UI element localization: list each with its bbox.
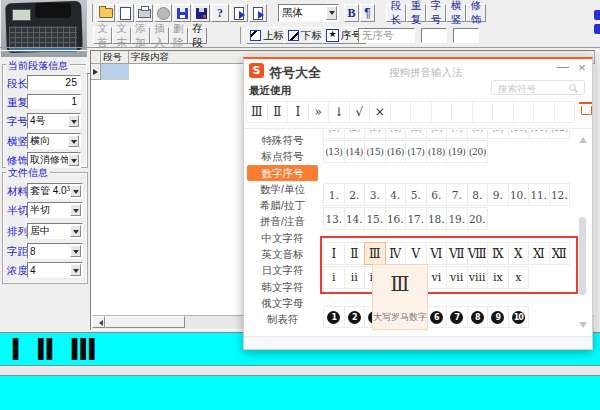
symbol-cell[interactable]: Ⅵ <box>426 242 448 265</box>
symbol-cell[interactable]: 3. <box>364 183 386 206</box>
halfcut-select[interactable]: 半切 <box>27 202 83 218</box>
category-item[interactable]: 俄文字母 <box>247 295 318 311</box>
chevron-down-icon[interactable] <box>326 6 337 20</box>
symbol-cell[interactable]: (4) <box>385 130 407 139</box>
recent-symbol-cell[interactable]: » <box>308 101 330 123</box>
symbol-cell[interactable]: (10) <box>508 130 530 139</box>
chevron-down-icon[interactable] <box>70 264 81 276</box>
symbol-cell[interactable]: Ⅴ <box>405 242 427 265</box>
format-button[interactable]: 横竖 <box>446 4 466 22</box>
font-size-select[interactable]: 4号 <box>27 113 81 129</box>
symbol-cell[interactable]: (12) <box>549 130 571 139</box>
symbol-cell[interactable]: ⅶ <box>446 266 468 289</box>
recent-symbol-cell[interactable]: Ⅲ <box>246 101 268 123</box>
symbol-cell[interactable]: (6) <box>426 130 448 139</box>
symbol-cell[interactable]: (17) <box>405 140 427 163</box>
recent-symbol-cell[interactable] <box>513 101 535 123</box>
symbol-cell[interactable]: 14. <box>344 207 366 230</box>
symbol-cell[interactable]: (3) <box>364 130 386 139</box>
recent-symbol-cell[interactable] <box>410 101 432 123</box>
symbol-cell[interactable]: Ⅳ <box>385 242 407 265</box>
category-item[interactable]: 标点符号 <box>247 148 318 164</box>
symbol-cell[interactable]: ⅰ <box>323 266 345 289</box>
recent-symbol-cell[interactable] <box>554 101 576 123</box>
symbol-cell[interactable]: 10. <box>508 183 530 206</box>
seg-len-input[interactable]: 25 <box>27 75 81 90</box>
recent-symbol-cell[interactable]: ↓ <box>328 101 350 123</box>
recent-symbol-cell[interactable] <box>451 101 473 123</box>
category-item[interactable]: 韩文字符 <box>247 279 318 295</box>
segment-button[interactable]: 文首 <box>93 27 112 44</box>
trash-icon[interactable] <box>581 106 592 115</box>
orientation-select[interactable]: 横向 <box>27 133 81 149</box>
symbol-cell[interactable]: Ⅹ <box>508 242 530 265</box>
symbol-cell[interactable]: ⅵ <box>426 266 448 289</box>
format-button[interactable]: 修饰 <box>466 4 486 22</box>
symbol-cell[interactable]: 13. <box>323 207 345 230</box>
symbol-cell[interactable]: (1) <box>323 130 345 139</box>
symbol-cell[interactable]: 17. <box>405 207 427 230</box>
category-item[interactable]: 制表符 <box>247 311 318 327</box>
align-select[interactable]: 居中 <box>27 223 83 239</box>
symbol-cell[interactable]: Ⅲ <box>364 242 386 265</box>
chevron-down-icon[interactable] <box>68 154 79 166</box>
ordinal-start-field[interactable] <box>421 28 447 43</box>
dialog-vscrollbar[interactable] <box>578 131 587 334</box>
symbol-cell[interactable]: (18) <box>426 140 448 163</box>
symbol-cell[interactable]: Ⅶ <box>446 242 468 265</box>
symbol-cell[interactable]: Ⅰ <box>323 242 345 265</box>
symbol-cell[interactable]: 2 <box>344 306 366 328</box>
density-select[interactable]: 4 <box>27 262 83 278</box>
symbol-cell[interactable]: (5) <box>405 130 427 139</box>
symbol-cell[interactable]: ⅷ <box>467 266 489 289</box>
symbol-cell[interactable]: Ⅺ <box>528 242 550 265</box>
ordinal-type-field[interactable]: 无序号 <box>358 28 415 43</box>
hscroll-thumb[interactable] <box>105 316 185 328</box>
symbol-cell[interactable]: Ⅱ <box>344 242 366 265</box>
segment-button[interactable]: 添加 <box>131 27 150 44</box>
category-item[interactable]: 英文音标 <box>247 246 318 262</box>
symbol-cell[interactable]: 10 <box>508 306 530 328</box>
help-icon[interactable]: ? <box>211 4 229 22</box>
symbol-cell[interactable]: (19) <box>446 140 468 163</box>
recent-symbol-cell[interactable]: × <box>369 101 391 123</box>
category-item[interactable]: 数字序号 <box>247 165 318 181</box>
vscroll-thumb[interactable] <box>579 217 586 295</box>
symbol-cell[interactable]: (2) <box>344 130 366 139</box>
symbol-cell[interactable]: 19. <box>446 207 468 230</box>
symbol-cell[interactable]: Ⅸ <box>487 242 509 265</box>
chevron-down-icon[interactable] <box>70 245 81 257</box>
recent-symbol-cell[interactable] <box>492 101 514 123</box>
symbol-cell[interactable]: ⅱ <box>344 266 366 289</box>
symbol-cell[interactable]: (15) <box>364 140 386 163</box>
recent-symbol-cell[interactable]: Ⅰ <box>287 101 309 123</box>
format-button[interactable]: 字号 <box>426 4 446 22</box>
symbol-cell[interactable]: 1. <box>323 183 345 206</box>
symbol-cell[interactable]: 16. <box>385 207 407 230</box>
symbol-cell[interactable]: 15. <box>364 207 386 230</box>
category-item[interactable]: 日文字符 <box>247 262 318 278</box>
symbol-cell[interactable]: 9. <box>487 183 509 206</box>
ordinal-end-field[interactable] <box>453 28 479 43</box>
symbol-cell[interactable]: 2. <box>344 183 366 206</box>
recent-symbol-cell[interactable]: Ⅱ <box>267 101 289 123</box>
symbol-cell[interactable]: 18. <box>426 207 448 230</box>
symbol-cell[interactable]: (13) <box>323 140 345 163</box>
recent-symbol-cell[interactable] <box>533 101 555 123</box>
format-button[interactable]: 重复 <box>406 4 426 22</box>
bold-button[interactable]: B <box>344 4 359 22</box>
print-icon[interactable] <box>135 4 153 22</box>
symbol-cell[interactable]: Ⅻ <box>549 242 571 265</box>
subscript-toggle[interactable]: 下标 <box>284 27 326 44</box>
export-alt-icon[interactable] <box>249 4 267 22</box>
symbol-cell[interactable]: 6 <box>426 306 448 328</box>
export-icon[interactable] <box>230 4 248 22</box>
symbol-cell[interactable]: ⅸ <box>487 266 509 289</box>
symbol-cell[interactable]: Ⅷ <box>467 242 489 265</box>
new-file-icon[interactable] <box>116 4 134 22</box>
recent-symbol-cell[interactable] <box>431 101 453 123</box>
minimize-icon[interactable]: — <box>556 61 570 75</box>
symbol-search-box[interactable] <box>491 80 585 95</box>
material-select[interactable]: 套管 4.0平方 <box>27 183 83 199</box>
superscript-toggle[interactable]: 上标 <box>246 27 288 44</box>
